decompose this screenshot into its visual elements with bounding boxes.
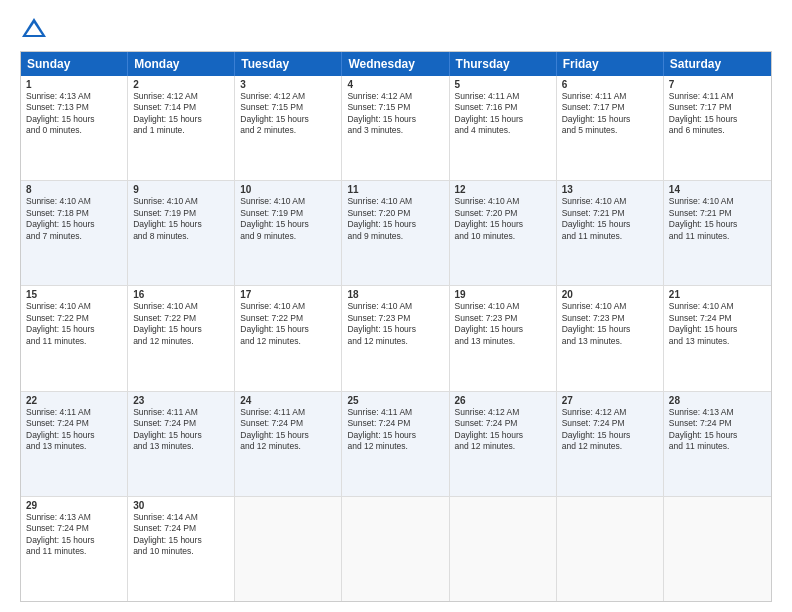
logo <box>20 15 52 43</box>
calendar-cell: 8Sunrise: 4:10 AMSunset: 7:18 PMDaylight… <box>21 181 128 285</box>
calendar-cell: 2Sunrise: 4:12 AMSunset: 7:14 PMDaylight… <box>128 76 235 180</box>
calendar-cell: 12Sunrise: 4:10 AMSunset: 7:20 PMDayligh… <box>450 181 557 285</box>
page: SundayMondayTuesdayWednesdayThursdayFrid… <box>0 0 792 612</box>
calendar-header-cell: Thursday <box>450 52 557 76</box>
calendar-header-cell: Saturday <box>664 52 771 76</box>
calendar-cell: 14Sunrise: 4:10 AMSunset: 7:21 PMDayligh… <box>664 181 771 285</box>
calendar-row: 29Sunrise: 4:13 AMSunset: 7:24 PMDayligh… <box>21 497 771 601</box>
calendar-cell: 23Sunrise: 4:11 AMSunset: 7:24 PMDayligh… <box>128 392 235 496</box>
calendar-cell: 10Sunrise: 4:10 AMSunset: 7:19 PMDayligh… <box>235 181 342 285</box>
calendar-header-cell: Tuesday <box>235 52 342 76</box>
calendar-cell: 15Sunrise: 4:10 AMSunset: 7:22 PMDayligh… <box>21 286 128 390</box>
calendar-cell: 24Sunrise: 4:11 AMSunset: 7:24 PMDayligh… <box>235 392 342 496</box>
header <box>20 15 772 43</box>
calendar-cell: 18Sunrise: 4:10 AMSunset: 7:23 PMDayligh… <box>342 286 449 390</box>
calendar-cell: 27Sunrise: 4:12 AMSunset: 7:24 PMDayligh… <box>557 392 664 496</box>
calendar-row: 8Sunrise: 4:10 AMSunset: 7:18 PMDaylight… <box>21 181 771 286</box>
calendar-cell: 4Sunrise: 4:12 AMSunset: 7:15 PMDaylight… <box>342 76 449 180</box>
calendar-cell <box>664 497 771 601</box>
calendar-row: 22Sunrise: 4:11 AMSunset: 7:24 PMDayligh… <box>21 392 771 497</box>
calendar-cell: 25Sunrise: 4:11 AMSunset: 7:24 PMDayligh… <box>342 392 449 496</box>
calendar-header-cell: Friday <box>557 52 664 76</box>
calendar-cell: 6Sunrise: 4:11 AMSunset: 7:17 PMDaylight… <box>557 76 664 180</box>
calendar-cell: 3Sunrise: 4:12 AMSunset: 7:15 PMDaylight… <box>235 76 342 180</box>
calendar-row: 1Sunrise: 4:13 AMSunset: 7:13 PMDaylight… <box>21 76 771 181</box>
calendar-cell: 28Sunrise: 4:13 AMSunset: 7:24 PMDayligh… <box>664 392 771 496</box>
calendar-cell: 19Sunrise: 4:10 AMSunset: 7:23 PMDayligh… <box>450 286 557 390</box>
calendar-cell: 17Sunrise: 4:10 AMSunset: 7:22 PMDayligh… <box>235 286 342 390</box>
calendar-header: SundayMondayTuesdayWednesdayThursdayFrid… <box>21 52 771 76</box>
calendar-cell: 22Sunrise: 4:11 AMSunset: 7:24 PMDayligh… <box>21 392 128 496</box>
calendar-cell: 13Sunrise: 4:10 AMSunset: 7:21 PMDayligh… <box>557 181 664 285</box>
calendar-cell: 21Sunrise: 4:10 AMSunset: 7:24 PMDayligh… <box>664 286 771 390</box>
calendar-cell <box>342 497 449 601</box>
calendar-cell: 9Sunrise: 4:10 AMSunset: 7:19 PMDaylight… <box>128 181 235 285</box>
calendar-header-cell: Monday <box>128 52 235 76</box>
calendar-cell <box>450 497 557 601</box>
calendar-cell: 11Sunrise: 4:10 AMSunset: 7:20 PMDayligh… <box>342 181 449 285</box>
calendar-cell: 26Sunrise: 4:12 AMSunset: 7:24 PMDayligh… <box>450 392 557 496</box>
calendar-cell: 16Sunrise: 4:10 AMSunset: 7:22 PMDayligh… <box>128 286 235 390</box>
calendar-cell <box>235 497 342 601</box>
calendar-row: 15Sunrise: 4:10 AMSunset: 7:22 PMDayligh… <box>21 286 771 391</box>
calendar-header-cell: Sunday <box>21 52 128 76</box>
logo-icon <box>20 15 48 43</box>
calendar-cell: 1Sunrise: 4:13 AMSunset: 7:13 PMDaylight… <box>21 76 128 180</box>
calendar-cell <box>557 497 664 601</box>
calendar-cell: 30Sunrise: 4:14 AMSunset: 7:24 PMDayligh… <box>128 497 235 601</box>
calendar-header-cell: Wednesday <box>342 52 449 76</box>
calendar-cell: 29Sunrise: 4:13 AMSunset: 7:24 PMDayligh… <box>21 497 128 601</box>
calendar: SundayMondayTuesdayWednesdayThursdayFrid… <box>20 51 772 602</box>
calendar-cell: 7Sunrise: 4:11 AMSunset: 7:17 PMDaylight… <box>664 76 771 180</box>
calendar-cell: 20Sunrise: 4:10 AMSunset: 7:23 PMDayligh… <box>557 286 664 390</box>
calendar-body: 1Sunrise: 4:13 AMSunset: 7:13 PMDaylight… <box>21 76 771 601</box>
calendar-cell: 5Sunrise: 4:11 AMSunset: 7:16 PMDaylight… <box>450 76 557 180</box>
